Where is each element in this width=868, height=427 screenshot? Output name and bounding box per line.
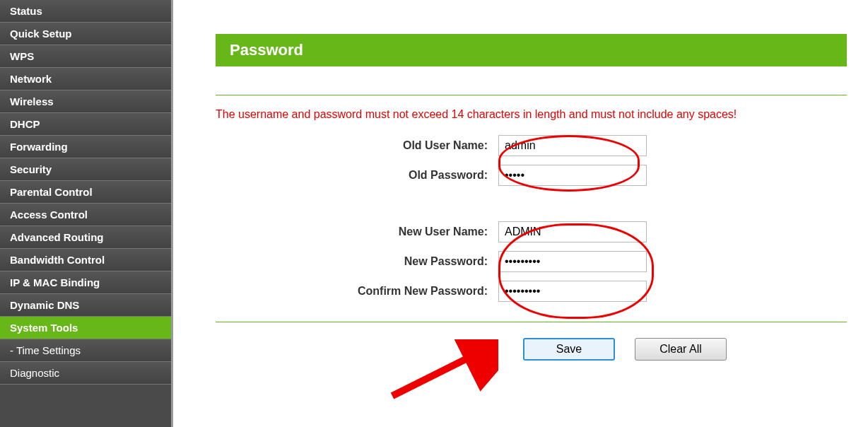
password-form: Old User Name: Old Password: New User Na…	[216, 135, 847, 302]
sidebar-item-wps[interactable]: WPS	[0, 45, 171, 68]
sidebar-item-network[interactable]: Network	[0, 68, 171, 90]
new-username-input[interactable]	[498, 221, 647, 242]
sidebar-item-wireless[interactable]: Wireless	[0, 90, 171, 113]
sidebar-item-quick-setup[interactable]: Quick Setup	[0, 23, 171, 45]
sidebar-item-dhcp[interactable]: DHCP	[0, 113, 171, 136]
sidebar: Status Quick Setup WPS Network Wireless …	[0, 0, 173, 427]
old-password-label: Old Password:	[216, 169, 498, 182]
sidebar-item-bandwidth-control[interactable]: Bandwidth Control	[0, 249, 171, 271]
sidebar-item-ip-mac-binding[interactable]: IP & MAC Binding	[0, 271, 171, 294]
arrow-icon	[385, 339, 498, 403]
sidebar-item-diagnostic[interactable]: Diagnostic	[0, 362, 171, 385]
old-password-input[interactable]	[498, 165, 647, 186]
old-username-label: Old User Name:	[216, 139, 498, 152]
sidebar-item-system-tools[interactable]: System Tools	[0, 317, 171, 339]
svg-line-1	[392, 353, 477, 396]
confirm-password-input[interactable]	[498, 281, 647, 302]
sidebar-item-access-control[interactable]: Access Control	[0, 204, 171, 226]
page-title: Password	[216, 34, 847, 66]
content-area: Password The username and password must …	[173, 0, 868, 427]
clear-all-button[interactable]: Clear All	[635, 338, 727, 361]
button-row: Save Clear All	[523, 338, 847, 361]
divider-bottom	[216, 322, 847, 322]
sidebar-item-security[interactable]: Security	[0, 158, 171, 181]
new-username-label: New User Name:	[216, 226, 498, 238]
save-button[interactable]: Save	[523, 338, 615, 361]
sidebar-item-time-settings[interactable]: - Time Settings	[0, 339, 171, 362]
sidebar-item-dynamic-dns[interactable]: Dynamic DNS	[0, 294, 171, 317]
divider	[216, 95, 847, 95]
confirm-password-label: Confirm New Password:	[216, 285, 498, 298]
sidebar-item-status[interactable]: Status	[0, 0, 171, 23]
sidebar-item-advanced-routing[interactable]: Advanced Routing	[0, 226, 171, 249]
sidebar-item-parental-control[interactable]: Parental Control	[0, 181, 171, 204]
warning-text: The username and password must not excee…	[216, 108, 847, 121]
sidebar-item-forwarding[interactable]: Forwarding	[0, 136, 171, 158]
new-password-input[interactable]	[498, 251, 647, 272]
new-password-label: New Password:	[216, 255, 498, 268]
old-username-input[interactable]	[498, 135, 647, 156]
